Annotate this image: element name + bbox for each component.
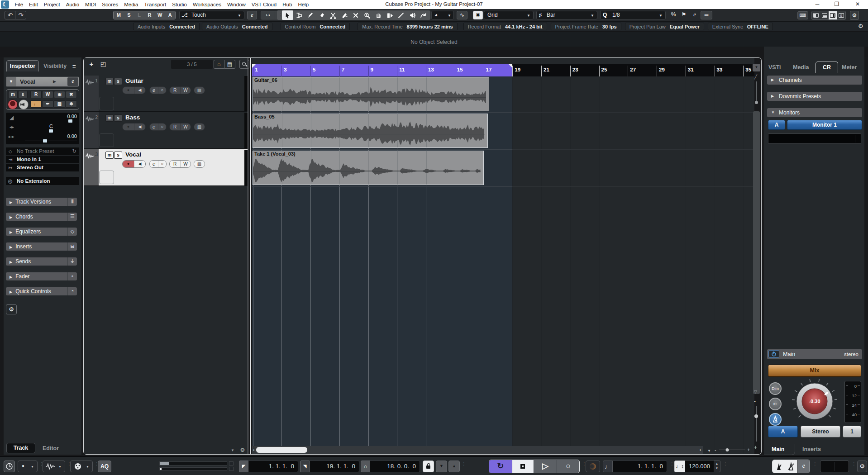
position-format-icon[interactable]: ♩ bbox=[603, 461, 613, 472]
preroll-button[interactable] bbox=[586, 461, 600, 472]
rz-main-header[interactable]: Mainstereo bbox=[767, 349, 862, 359]
vertical-scroll-handle[interactable] bbox=[753, 111, 760, 394]
quantize-panel-button[interactable]: e bbox=[690, 11, 700, 19]
rz-config-button[interactable]: Stereo bbox=[801, 426, 840, 437]
audio-event-guitar-06[interactable]: Guitar_06 bbox=[253, 77, 489, 111]
snap-button[interactable]: ✖ bbox=[473, 11, 483, 19]
glue-tool[interactable] bbox=[339, 10, 350, 20]
pan-slider[interactable]: C bbox=[25, 124, 78, 133]
position-display[interactable]: 1. 1. 1. 0 bbox=[613, 461, 667, 472]
zoom-preset-icon[interactable]: ▼ bbox=[707, 449, 711, 453]
range-selection-tool[interactable] bbox=[293, 10, 305, 20]
rz-channel-a-button[interactable]: A bbox=[768, 426, 798, 437]
routing-stereo-out[interactable]: ↦Stereo Out bbox=[6, 164, 79, 171]
track-read-button[interactable]: R bbox=[170, 161, 180, 167]
metronome-click-button[interactable] bbox=[773, 460, 785, 473]
scrub-tool[interactable] bbox=[384, 10, 395, 20]
draw-tool[interactable] bbox=[305, 10, 316, 20]
iterative-quantize-icon[interactable]: ⚑ bbox=[678, 11, 689, 19]
rz-section-channels[interactable]: ▶Channels bbox=[767, 76, 862, 85]
lower-zone-toggle[interactable] bbox=[820, 11, 829, 19]
track-image-placeholder[interactable] bbox=[99, 171, 114, 184]
track-record-button[interactable]: ● bbox=[123, 124, 134, 130]
stop-button[interactable] bbox=[512, 460, 534, 473]
track-record-button[interactable]: ● bbox=[123, 87, 134, 94]
crossfade-button[interactable]: ∿ bbox=[457, 11, 467, 19]
pan-handle[interactable] bbox=[49, 129, 53, 133]
track-lanes-button[interactable]: ▥ bbox=[194, 87, 205, 94]
rz-tab-main[interactable]: Main bbox=[772, 446, 784, 452]
edit-inplace-button[interactable]: ⊞ bbox=[54, 91, 65, 98]
constrain-delay-button[interactable] bbox=[4, 461, 15, 472]
record-enable-button[interactable] bbox=[8, 100, 18, 109]
snap-type-combo[interactable]: Grid▼ bbox=[484, 11, 534, 19]
global-automation-m[interactable]: M bbox=[114, 11, 124, 19]
tracklist-zone-dropdown-icon[interactable]: ▼ bbox=[229, 447, 236, 454]
onscreen-keyboard-icon[interactable]: ⌨ bbox=[797, 11, 808, 19]
track-image-placeholder[interactable] bbox=[99, 133, 114, 147]
read-automation-button[interactable]: R bbox=[30, 91, 42, 98]
tempo-spinner[interactable]: ▲▼ bbox=[714, 461, 720, 472]
vzoom2-dot[interactable] bbox=[754, 414, 758, 418]
automation-mode-combo[interactable]: ⎇Touch▼ bbox=[179, 11, 244, 19]
rz-section-downmix-presets[interactable]: ▶Downmix Presets bbox=[767, 92, 862, 101]
lanes-button[interactable]: ▥ bbox=[54, 100, 65, 108]
record-button[interactable]: ○ bbox=[557, 460, 579, 473]
rz-tab-meter[interactable]: Meter bbox=[842, 64, 857, 71]
track-solo-button[interactable]: s bbox=[114, 152, 122, 159]
status-project-frame-rate[interactable]: Project Frame Rate30 fps bbox=[551, 23, 621, 30]
play-tool[interactable] bbox=[406, 10, 418, 20]
metronome-setup-button[interactable]: e bbox=[797, 460, 810, 473]
global-automation-w[interactable]: W bbox=[155, 11, 165, 19]
audio-event-take-1-vocal-03-[interactable]: Take 1 (Vocal_03) bbox=[253, 151, 484, 185]
quantize-combo[interactable]: Q1/8▼ bbox=[600, 11, 666, 19]
routing-no-track-preset[interactable]: ◇No Track Preset↻ bbox=[6, 147, 79, 155]
right-locator-display[interactable]: 19. 1. 1. 0 bbox=[310, 461, 359, 472]
zoom-tool[interactable] bbox=[361, 10, 372, 20]
use-track-preset-button[interactable]: ◰ bbox=[97, 60, 109, 68]
timebase-button[interactable]: ♩ bbox=[30, 100, 42, 108]
rz-bus-button[interactable]: 1 bbox=[843, 426, 861, 437]
toolbar-setup-gear-icon[interactable]: ⚙ bbox=[850, 11, 859, 20]
restore-button[interactable]: ❐ bbox=[830, 0, 844, 9]
grid-type-combo[interactable]: ♯Bar▼ bbox=[536, 11, 597, 19]
track-freeze-ind[interactable]: ○ bbox=[158, 161, 166, 167]
tempo-icon[interactable]: ♩↕ bbox=[674, 461, 685, 472]
track-monitor-button[interactable]: ◀︎ bbox=[134, 124, 145, 130]
comp-tool[interactable] bbox=[418, 10, 429, 20]
delay-slider[interactable]: 0.00 bbox=[25, 133, 78, 142]
vzoom-dot[interactable] bbox=[755, 101, 758, 104]
track-record-button[interactable]: ● bbox=[123, 161, 134, 167]
audio-quantize-button[interactable]: AQ bbox=[98, 461, 111, 472]
preset-reload-icon[interactable]: ↻ bbox=[72, 147, 76, 155]
right-zone-toggle[interactable] bbox=[829, 11, 837, 19]
global-automation-s[interactable]: S bbox=[124, 11, 134, 19]
horizontal-scroll-handle[interactable] bbox=[256, 447, 307, 453]
track-write-button[interactable]: W bbox=[180, 87, 191, 94]
inspector-setup-gear-icon[interactable]: ⚙ bbox=[6, 304, 17, 314]
volume-slider[interactable]: 0.00 bbox=[25, 114, 78, 123]
track-row-vocal[interactable]: 3msVocal●◀︎e○RW▥ bbox=[84, 149, 248, 186]
erase-tool[interactable] bbox=[316, 10, 327, 20]
rz-tab-cr[interactable]: CR bbox=[816, 62, 838, 73]
add-track-button[interactable]: + bbox=[87, 60, 95, 68]
rz-click-button[interactable] bbox=[769, 413, 782, 426]
metronome-precount-button[interactable] bbox=[785, 460, 797, 473]
section-fader[interactable]: ▶Fader▫ bbox=[6, 272, 77, 280]
status-project-pan-law[interactable]: Project Pan LawEqual Power bbox=[625, 23, 704, 30]
audio-alignment-button[interactable]: ═ bbox=[701, 11, 712, 19]
track-solo-button[interactable]: s bbox=[114, 78, 122, 85]
quantize-toggle-icon[interactable]: % bbox=[668, 11, 678, 19]
right-locator-flag[interactable]: ◥ bbox=[300, 461, 310, 472]
undo-button[interactable]: ↶ bbox=[5, 11, 15, 19]
mute-tool[interactable] bbox=[350, 10, 361, 20]
track-mute-button[interactable]: m bbox=[105, 152, 114, 159]
delay-handle[interactable] bbox=[43, 139, 47, 142]
midi-record-modes-combo[interactable]: ▼ bbox=[70, 461, 93, 472]
section-quick-controls[interactable]: ▶Quick Controls◔ bbox=[6, 287, 77, 295]
track-image-placeholder[interactable] bbox=[99, 97, 114, 110]
volume-handle[interactable] bbox=[68, 119, 72, 123]
left-locator-display[interactable]: 1. 1. 1. 0 bbox=[248, 461, 298, 472]
tab-inspector[interactable]: Inspector bbox=[6, 60, 39, 71]
global-automation-l[interactable]: L bbox=[134, 11, 144, 19]
